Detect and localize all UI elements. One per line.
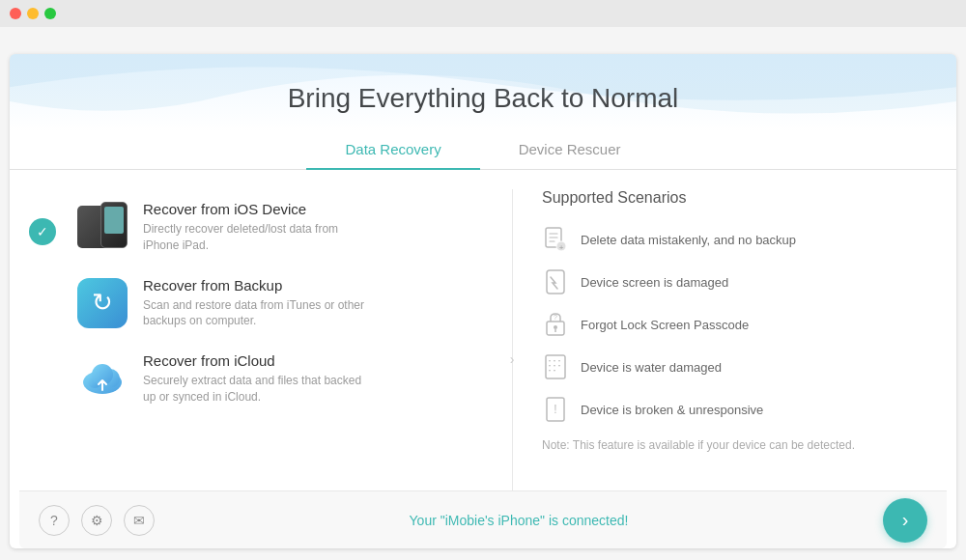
selected-checkmark: ✓ [29,218,56,245]
tab-data-recovery[interactable]: Data Recovery [306,133,479,169]
option-icloud-title: Recover from iCloud [143,352,375,369]
option-icloud-desc: Securely extract data and files that bac… [143,373,375,406]
option-backup[interactable]: ↻ Recover from Backup Scan and restore d… [10,266,512,342]
option-ios-title: Recover from iOS Device [143,201,375,217]
option-ios-text: Recover from iOS Device Directly recover… [143,201,375,254]
note-text: Note: This feature is available if your … [542,438,927,452]
scenarios-title: Supported Scenarios [542,189,927,207]
scenario-broken: ! Device is broken & unresponsive [542,396,927,423]
lock-icon: ? [542,311,569,338]
settings-button[interactable]: ⚙ [81,505,112,536]
scenario-broken-text: Device is broken & unresponsive [581,403,763,417]
option-backup-desc: Scan and restore data from iTunes or oth… [143,297,375,330]
scenario-lock: ? Forgot Lock Screen Passcode [542,311,927,338]
icloud-icon [77,353,128,404]
scenario-delete: + Delete data mistakenly, and no backup [542,226,927,253]
option-icloud[interactable]: Recover from iCloud Securely extract dat… [10,341,512,417]
backup-icon: ↻ [77,278,128,328]
svg-point-9 [554,325,557,329]
tabs-container: Data Recovery Device Rescuer [10,133,956,170]
scenario-screen-text: Device screen is damaged [581,275,728,290]
scenario-screen: Device screen is damaged [542,268,927,295]
next-button[interactable]: › [883,498,927,543]
svg-rect-11 [546,355,565,378]
titlebar [0,0,966,27]
scenario-water-text: Device is water damaged [581,360,722,375]
main-title: Bring Everything Back to Normal [10,83,956,114]
ios-device-icon [77,202,128,252]
option-ios-desc: Directly recover deleted/lost data from … [143,221,375,254]
option-backup-title: Recover from Backup [143,277,375,294]
option-icloud-text: Recover from iCloud Securely extract dat… [143,352,375,406]
option-ios-device[interactable]: Recover from iOS Device Directly recover… [10,189,512,266]
help-icon: ? [50,513,58,528]
main-window: Bring Everything Back to Normal Data Rec… [10,54,956,548]
header-section: Bring Everything Back to Normal Data Rec… [10,54,956,170]
next-arrow-icon: › [902,509,909,531]
minimize-button[interactable] [27,8,39,19]
svg-text:!: ! [554,403,556,416]
footer: ? ⚙ ✉ Your "iMobie's iPhone" is connecte… [19,490,947,548]
mail-button[interactable]: ✉ [124,505,155,536]
delete-icon: + [542,226,569,253]
mail-icon: ✉ [133,513,145,528]
svg-text:+: + [559,243,564,252]
panel-divider: › [512,189,513,529]
svg-text:?: ? [554,314,557,321]
divider-arrow-icon: › [502,350,522,369]
maximize-button[interactable] [44,8,56,19]
screen-damaged-icon [542,268,569,295]
footer-icons: ? ⚙ ✉ [39,505,155,536]
tab-device-rescuer[interactable]: Device Rescuer [480,133,660,169]
connection-status: Your "iMobie's iPhone" is connected! [410,513,629,528]
scenario-delete-text: Delete data mistakenly, and no backup [581,233,796,247]
close-button[interactable] [10,8,21,19]
option-backup-text: Recover from Backup Scan and restore dat… [143,277,375,330]
scenario-water: Device is water damaged [542,353,927,380]
scenario-lock-text: Forgot Lock Screen Passcode [581,318,749,332]
settings-icon: ⚙ [91,513,103,528]
broken-device-icon: ! [542,396,569,423]
water-damage-icon [542,353,569,380]
help-button[interactable]: ? [39,505,70,536]
